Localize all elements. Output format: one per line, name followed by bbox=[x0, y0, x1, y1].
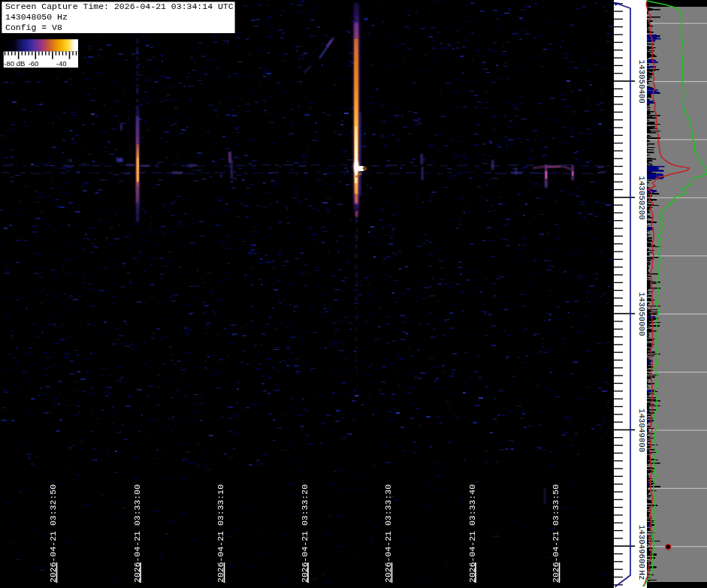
svg-text:2026-04-21 03:32:50: 2026-04-21 03:32:50 bbox=[48, 484, 58, 583]
svg-text:-80 dB: -80 dB bbox=[4, 59, 25, 68]
svg-text:Screen Capture Time: 2026-04-2: Screen Capture Time: 2026-04-21 03:34:14… bbox=[5, 2, 234, 11]
svg-text:143050200: 143050200 bbox=[637, 176, 646, 219]
svg-text:143049600: 143049600 bbox=[637, 525, 646, 568]
svg-text:Config = V8: Config = V8 bbox=[5, 23, 62, 32]
svg-text:2026-04-21 03:33:50: 2026-04-21 03:33:50 bbox=[551, 484, 560, 583]
svg-text:2026-04-21 03:33:30: 2026-04-21 03:33:30 bbox=[383, 484, 393, 583]
svg-text:143050000: 143050000 bbox=[637, 292, 646, 336]
svg-text:-60: -60 bbox=[29, 59, 39, 68]
svg-text:-40: -40 bbox=[56, 59, 67, 68]
svg-text:143050400: 143050400 bbox=[637, 60, 646, 104]
svg-text:2026-04-21 03:33:10: 2026-04-21 03:33:10 bbox=[216, 484, 225, 583]
svg-text:2026-04-21 03:33:40: 2026-04-21 03:33:40 bbox=[467, 484, 477, 583]
svg-text:2026-04-21 03:33:20: 2026-04-21 03:33:20 bbox=[300, 484, 310, 583]
svg-text:Hz: Hz bbox=[637, 571, 646, 580]
svg-text:143048050 Hz: 143048050 Hz bbox=[5, 12, 68, 22]
svg-text:143049800: 143049800 bbox=[637, 409, 646, 452]
svg-text:2026-04-21 03:33:00: 2026-04-21 03:33:00 bbox=[132, 484, 142, 583]
